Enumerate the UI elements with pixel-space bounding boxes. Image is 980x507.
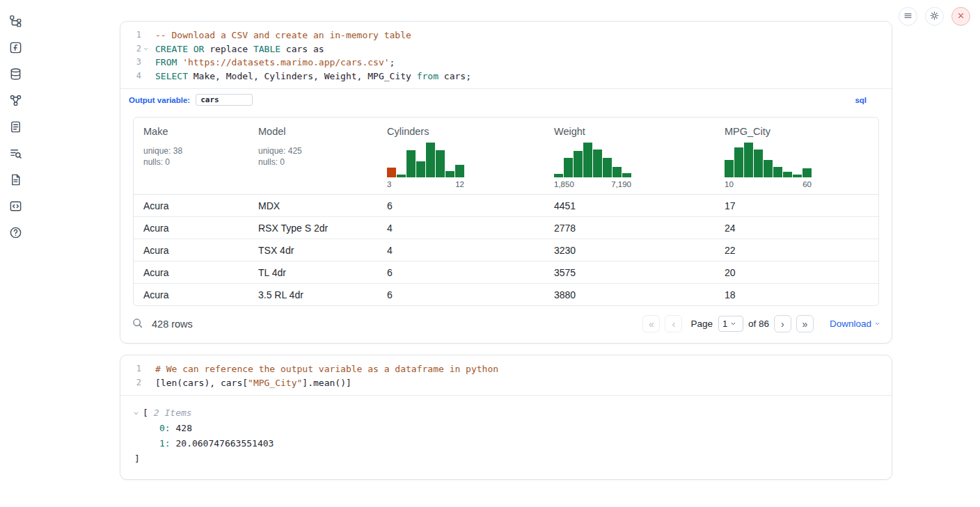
notebook: 1-- Download a CSV and create an in-memo… [120,21,892,480]
sidebar-button-scratchpad[interactable] [7,120,24,136]
histogram-bar [603,158,612,177]
histogram-bar [793,175,802,177]
histogram-bar [397,175,406,177]
fold-gutter [141,376,150,390]
line-number: 4 [120,70,141,83]
histogram-bar [583,143,592,177]
code-token: FROM [155,57,177,67]
histogram-bars [725,143,812,177]
histogram-bar [783,172,792,177]
column-header-weight[interactable]: Weight1,8507,190 [544,118,715,195]
code-token: [len(cars), cars[ [155,378,248,388]
column-label: Make [143,124,239,138]
histogram-bar [725,160,734,177]
column-header-cylinders[interactable]: Cylinders312 [377,118,544,195]
language-badge[interactable]: sql [855,96,867,104]
page-select[interactable]: 1 [718,316,743,332]
help-icon [9,226,22,241]
histogram-max-label: 7,190 [611,180,631,188]
logs-icon [9,147,22,162]
collapse-chevron-icon[interactable] [133,410,143,417]
functions-icon [9,41,22,56]
code-token: ; [390,57,395,67]
menu-button[interactable] [899,7,917,26]
code-token: cars; [438,71,471,81]
table-cell: 4451 [544,195,715,217]
table-row: AcuraTL 4dr6357520 [134,261,878,284]
table-cell: 6 [377,195,544,217]
code-token: -- Download a CSV and create an in-memor… [155,30,411,40]
histogram-bar [612,167,622,177]
row-count: 428 rows [152,319,193,330]
first-page-button[interactable]: « [642,315,660,332]
menu-icon [903,10,913,23]
histogram-bar [574,151,583,177]
column-header-mpg-city[interactable]: MPG_City1060 [715,118,878,195]
code-token: TABLE [253,44,280,54]
scratchpad-icon [9,120,22,136]
histogram-bars [554,143,631,177]
code-token: "MPG_City" [248,378,302,388]
table-search-button[interactable] [132,317,143,331]
histogram-bar [554,174,563,177]
sidebar-button-snippets[interactable] [7,199,24,216]
code-token: from [417,71,438,81]
histogram-bar [734,147,743,177]
top-actions [899,7,970,26]
histogram-range: 312 [387,180,464,188]
python-editor[interactable]: 1# We can reference the output variable … [120,355,892,396]
table-row: AcuraRSX Type S 2dr4277824 [134,217,878,239]
python-output-tree: [ 2 Items 0: 428 1: 20.060747663551403 ] [120,396,892,479]
fold-chevron-icon[interactable] [141,42,150,56]
tree-root-line: [ 2 Items [133,405,879,421]
histogram-weight[interactable]: 1,8507,190 [554,143,631,188]
code-text: SELECT Make, Model, Cylinders, Weight, M… [150,70,471,83]
histogram-bar [564,158,573,177]
shutdown-button[interactable] [951,7,970,26]
code-line: 2CREATE OR replace TABLE cars as [120,42,892,56]
table-cell: 3.5 RL 4dr [248,284,377,306]
tree-entry-key: 0: [159,423,171,433]
column-header-model[interactable]: Modelunique: 425nulls: 0 [248,118,377,195]
close-icon [956,10,966,23]
sidebar-button-database[interactable] [7,67,24,83]
sql-cell: 1-- Download a CSV and create an in-memo… [120,21,892,344]
histogram-mpg-city[interactable]: 1060 [725,143,812,188]
table-cell: 3575 [544,261,715,284]
tree-entry-key: 1: [159,438,171,449]
sidebar-button-functions[interactable] [7,40,24,57]
sidebar-button-logs[interactable] [7,146,24,163]
code-text: [len(cars), cars["MPG_City"].mean()] [150,376,351,390]
output-variable-input[interactable]: cars [196,94,253,106]
download-button[interactable]: Download [830,319,880,329]
settings-button[interactable] [925,7,944,26]
sql-editor[interactable]: 1-- Download a CSV and create an in-memo… [120,22,892,89]
histogram-bar [744,143,753,177]
column-label: MPG_City [725,124,869,138]
sidebar-button-file-tree[interactable] [7,14,24,31]
prev-page-button[interactable]: ‹ [665,315,682,332]
table-cell: 22 [715,239,878,261]
tree-open-bracket: [ [143,405,148,421]
histogram-cylinders[interactable]: 312 [387,143,464,188]
download-label: Download [830,319,871,329]
column-header-make[interactable]: Makeunique: 38nulls: 0 [134,118,248,195]
sidebar-button-documentation[interactable] [7,172,24,189]
next-page-button[interactable]: › [774,315,791,332]
search-icon [132,317,143,331]
tree-entry: 0: 428 [133,421,879,436]
histogram-bar [416,161,425,177]
page-label: Page [690,319,713,329]
data-table: Makeunique: 38nulls: 0Modelunique: 425nu… [134,118,878,305]
table-cell: 2778 [544,217,715,239]
table-cell: 6 [377,261,544,284]
tree-entry-value: 428 [175,423,191,433]
column-stat: nulls: 0 [143,156,239,168]
histogram-bars [387,143,464,177]
line-number: 1 [120,29,141,42]
sidebar-button-help[interactable] [7,225,24,242]
line-number: 3 [120,56,141,70]
sidebar-button-dependency-graph[interactable] [7,93,24,110]
data-table-card: Makeunique: 38nulls: 0Modelunique: 425nu… [133,117,879,306]
last-page-button[interactable]: » [796,315,814,332]
